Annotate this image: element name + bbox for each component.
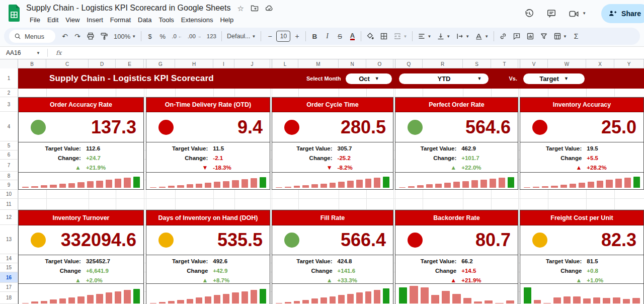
- font-size-input[interactable]: 10: [276, 31, 290, 42]
- column-header-D[interactable]: D: [89, 59, 116, 68]
- kpi-card-9[interactable]: Backorder Rate80.7Target Value:66.2Chang…: [395, 210, 518, 304]
- column-header-Q[interactable]: Q: [395, 59, 423, 68]
- period-dropdown[interactable]: YTD▼: [399, 73, 489, 84]
- row-header-9[interactable]: 9: [0, 180, 18, 190]
- kpi-card-2[interactable]: On-Time Delivery Rate (OTD)9.4Target Val…: [146, 97, 270, 190]
- kpi-card-6[interactable]: Inventory Turnover332094.6Target Value:3…: [18, 210, 144, 304]
- create-filter-button[interactable]: [537, 30, 550, 43]
- row-header-18[interactable]: 18: [0, 292, 18, 304]
- month-dropdown[interactable]: Oct▼: [346, 73, 392, 84]
- name-box[interactable]: AA16 ▼: [0, 49, 44, 56]
- menu-tools[interactable]: Tools: [155, 16, 177, 24]
- row-header-17[interactable]: 17: [0, 283, 18, 292]
- compare-dropdown[interactable]: Target▼: [523, 73, 585, 84]
- text-wrap-button[interactable]: ▼: [453, 30, 472, 43]
- row-header-3[interactable]: 3: [0, 97, 18, 112]
- share-button[interactable]: Share: [601, 4, 644, 23]
- borders-button[interactable]: [377, 30, 390, 43]
- font-select[interactable]: Defaul...▼: [224, 30, 258, 43]
- italic-button[interactable]: I: [321, 30, 333, 43]
- row-header-6[interactable]: 6: [0, 150, 18, 160]
- row-header-14[interactable]: 14: [0, 254, 18, 263]
- column-header-T[interactable]: T: [491, 59, 518, 68]
- text-color-button[interactable]: A: [350, 32, 355, 41]
- decrease-font-size-button[interactable]: −: [264, 30, 276, 43]
- select-all-corner[interactable]: [0, 59, 18, 68]
- column-header-Y[interactable]: Y: [614, 59, 644, 68]
- merge-cells-button[interactable]: ▼: [391, 30, 410, 43]
- menus-search-button[interactable]: Menus: [9, 30, 55, 43]
- column-header-B[interactable]: B: [18, 59, 46, 68]
- print-button[interactable]: [84, 30, 97, 43]
- row-header-11[interactable]: 11: [0, 199, 18, 210]
- redo-button[interactable]: ↷: [71, 30, 84, 43]
- document-title[interactable]: Supply Chain - Logistics KPI Scorecard i…: [26, 4, 230, 13]
- decrease-decimal-button[interactable]: .0←: [169, 30, 185, 43]
- more-formats-button[interactable]: 123: [204, 30, 219, 43]
- row-header-8[interactable]: 8: [0, 172, 18, 180]
- row-header-5[interactable]: 5: [0, 141, 18, 150]
- column-header-W[interactable]: W: [548, 59, 586, 68]
- column-header-X[interactable]: X: [586, 59, 614, 68]
- row-header-2[interactable]: 2: [0, 89, 18, 97]
- kpi-card-1[interactable]: Order Accuracy Rate137.3Target Value:112…: [18, 97, 144, 190]
- strikethrough-button[interactable]: S: [334, 30, 346, 43]
- menu-format[interactable]: Format: [107, 16, 134, 24]
- row-header-15[interactable]: 15: [0, 263, 18, 272]
- menu-insert[interactable]: Insert: [83, 16, 107, 24]
- functions-button[interactable]: Σ: [570, 30, 582, 43]
- menu-view[interactable]: View: [62, 16, 83, 24]
- text-rotation-button[interactable]: ▼: [472, 30, 491, 43]
- row-header-4[interactable]: 4: [0, 112, 18, 141]
- horizontal-align-button[interactable]: ▼: [415, 30, 434, 43]
- column-header-O[interactable]: O: [366, 59, 393, 68]
- insert-link-button[interactable]: [497, 30, 510, 43]
- row-header-16[interactable]: 16: [0, 272, 18, 283]
- format-percent-button[interactable]: %: [156, 30, 169, 43]
- meet-camera-icon[interactable]: ▼: [569, 9, 586, 19]
- zoom-select[interactable]: 100%▼: [111, 30, 138, 43]
- version-history-icon[interactable]: [524, 9, 534, 19]
- paint-format-button[interactable]: [98, 30, 111, 43]
- vertical-align-button[interactable]: ▼: [434, 30, 453, 43]
- column-header-J[interactable]: J: [234, 59, 270, 68]
- fill-color-button[interactable]: [364, 30, 377, 43]
- row-header-13[interactable]: 13: [0, 225, 18, 254]
- kpi-card-10[interactable]: Freight Cost per Unit82.3Target Value:81…: [520, 210, 644, 304]
- column-header-V[interactable]: V: [520, 59, 548, 68]
- column-header-S[interactable]: S: [463, 59, 491, 68]
- column-header-H[interactable]: H: [175, 59, 213, 68]
- column-header-R[interactable]: R: [423, 59, 463, 68]
- column-header-E[interactable]: E: [116, 59, 144, 68]
- row-header-10[interactable]: 10: [0, 190, 18, 199]
- format-currency-button[interactable]: $: [144, 30, 156, 43]
- bold-button[interactable]: B: [308, 30, 320, 43]
- column-header-N[interactable]: N: [339, 59, 366, 68]
- move-folder-icon[interactable]: [251, 4, 259, 12]
- increase-decimal-button[interactable]: .00→: [185, 30, 204, 43]
- filter-views-button[interactable]: ▼: [551, 30, 570, 43]
- insert-comment-button[interactable]: [510, 30, 523, 43]
- kpi-card-8[interactable]: Fill Rate566.4Target Value:424.8Change+1…: [272, 210, 393, 304]
- column-header-L[interactable]: L: [272, 59, 298, 68]
- menu-edit[interactable]: Edit: [44, 16, 62, 24]
- column-header-G[interactable]: G: [146, 59, 175, 68]
- kpi-card-5[interactable]: Inventory Accuracy25.0Target Value:19.5C…: [520, 97, 644, 190]
- column-header-I[interactable]: I: [213, 59, 234, 68]
- column-header-C[interactable]: C: [46, 59, 89, 68]
- row-header-1[interactable]: 1: [0, 68, 18, 89]
- sheet-grid[interactable]: Supply Chain - Logistics KPI Scorecard S…: [0, 68, 644, 304]
- kpi-card-7[interactable]: Days of Inventory on Hand (DOH)535.5Targ…: [146, 210, 270, 304]
- menu-extensions[interactable]: Extensions: [178, 16, 217, 24]
- row-header-7[interactable]: 7: [0, 160, 18, 172]
- sheets-logo-icon[interactable]: [7, 5, 21, 23]
- cloud-status-icon[interactable]: [265, 4, 274, 12]
- increase-font-size-button[interactable]: +: [291, 30, 303, 43]
- comments-icon[interactable]: [546, 9, 556, 19]
- menu-help[interactable]: Help: [216, 16, 237, 24]
- insert-chart-button[interactable]: [524, 30, 537, 43]
- kpi-card-3[interactable]: Order Cycle Time280.5Target Value:305.7C…: [272, 97, 393, 190]
- menu-data[interactable]: Data: [134, 16, 155, 24]
- undo-button[interactable]: ↶: [59, 30, 71, 43]
- column-header-M[interactable]: M: [298, 59, 339, 68]
